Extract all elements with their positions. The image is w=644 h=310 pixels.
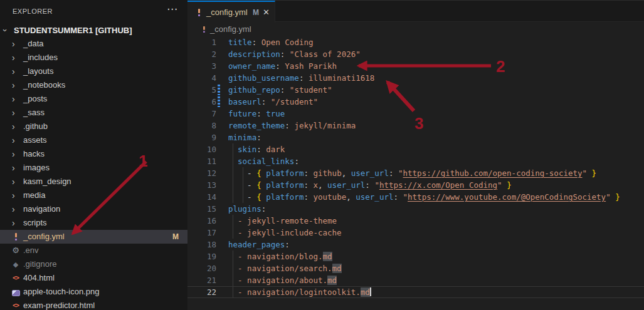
line-number: 13: [187, 179, 216, 191]
file-row-apple-touch-icon-png[interactable]: apple-touch-icon.png: [0, 285, 187, 299]
workspace-root-row[interactable]: › STUDENTSUMMER1 [GITHUB]: [0, 24, 187, 38]
folder-row-kasm-design[interactable]: ›kasm_design: [0, 175, 187, 189]
line-number: 19: [187, 251, 216, 262]
folder-row-posts[interactable]: ›_posts: [0, 92, 187, 106]
code-text: baseurl: "/student": [228, 96, 318, 108]
folder-label: _posts: [23, 92, 47, 106]
code-line-17[interactable]: 17 - jekyll-include-cache: [187, 227, 644, 239]
folder-row-data[interactable]: ›_data: [0, 37, 187, 51]
file-label: 404.html: [23, 271, 55, 285]
folder-row-media[interactable]: ›media: [0, 189, 187, 202]
code-line-13[interactable]: 13 - { platform: x, user_url: "https://x…: [187, 179, 644, 191]
folder-row-layouts[interactable]: ›_layouts: [0, 65, 187, 78]
line-number: 21: [187, 274, 216, 286]
folder-row-sass[interactable]: ›_sass: [0, 106, 187, 120]
line-number: 2: [187, 48, 216, 60]
line-number: 9: [187, 132, 216, 143]
code-line-15[interactable]: 15plugins:: [187, 203, 644, 215]
folder-label: images: [23, 161, 50, 175]
chevron-right-icon: ›: [12, 133, 15, 147]
chevron-right-icon: ›: [12, 147, 15, 161]
code-text: - { platform: x, user_url: "https://x.co…: [228, 179, 512, 191]
code-line-6[interactable]: 6baseurl: "/student": [187, 96, 644, 108]
chevron-right-icon: ›: [12, 65, 15, 78]
git-modified-badge: M: [172, 230, 179, 244]
folder-row-images[interactable]: ›images: [0, 161, 187, 175]
code-text: github_repo: "student": [228, 84, 332, 96]
code-text: title: Open Coding: [228, 36, 314, 48]
chevron-right-icon: ›: [12, 189, 15, 202]
code-line-5[interactable]: 5github_repo: "student": [187, 84, 644, 96]
code-line-9[interactable]: 9minima:: [187, 132, 644, 143]
code-line-3[interactable]: 3owner_name: Yash Parikh: [187, 60, 644, 72]
chevron-right-icon: ›: [12, 216, 15, 230]
breadcrumb[interactable]: _config.yml: [187, 23, 644, 36]
code-line-11[interactable]: 11 social_links:: [187, 155, 644, 167]
code-line-12[interactable]: 12 - { platform: github, user_url: "http…: [187, 167, 644, 179]
code-text: minima:: [228, 132, 261, 143]
code-text: - navigation/logintoolkit.md: [228, 286, 371, 298]
file-label: _config.yml: [23, 230, 65, 244]
tab-label: _config.yml: [206, 8, 248, 17]
code-line-22[interactable]: 22 - navigation/logintoolkit.md: [187, 286, 644, 298]
code-text: - navigation/blog.md: [228, 251, 332, 262]
folder-row-assets[interactable]: ›assets: [0, 133, 187, 147]
tab-git-modified-badge: M: [253, 8, 259, 17]
code-line-7[interactable]: 7future: true: [187, 108, 644, 120]
chevron-right-icon: ›: [12, 92, 15, 106]
more-actions-icon[interactable]: ⋯: [167, 3, 177, 16]
code-text: skin: dark: [228, 143, 285, 155]
file-label: .gitignore: [23, 257, 56, 271]
code-line-4[interactable]: 4github_username: illuminati1618: [187, 72, 644, 84]
code-area[interactable]: 1title: Open Coding2description: "Class …: [187, 36, 644, 310]
folder-row-scripts[interactable]: ›scripts: [0, 216, 187, 230]
html-file-icon: <>: [11, 301, 21, 310]
code-line-10[interactable]: 10 skin: dark: [187, 143, 644, 155]
code-text: plugins:: [228, 203, 266, 215]
file-row-config-yml[interactable]: _config.ymlM: [0, 230, 187, 244]
line-number: 3: [187, 60, 216, 72]
file-row-exam-predictor-html[interactable]: <>exam-predictor.html: [0, 299, 187, 310]
folder-row-hacks[interactable]: ›hacks: [0, 147, 187, 161]
folder-row-notebooks[interactable]: ›_notebooks: [0, 78, 187, 92]
workspace-root-label: STUDENTSUMMER1 [GITHUB]: [14, 26, 132, 35]
code-line-14[interactable]: 14 - { platform: youtube, user_url: "htt…: [187, 191, 644, 203]
file-label: .env: [23, 244, 39, 257]
folder-row-includes[interactable]: ›_includes: [0, 51, 187, 65]
code-line-18[interactable]: 18header_pages:: [187, 239, 644, 251]
line-number: 22: [187, 286, 216, 298]
line-number: 4: [187, 72, 216, 84]
close-icon[interactable]: ✕: [263, 8, 270, 17]
line-number: 17: [187, 227, 216, 239]
line-number: 7: [187, 108, 216, 120]
chevron-right-icon: ›: [12, 120, 15, 133]
folder-label: assets: [23, 133, 47, 147]
code-line-21[interactable]: 21 - navigation/about.md: [187, 274, 644, 286]
code-line-19[interactable]: 19 - navigation/blog.md: [187, 251, 644, 262]
folder-row-github[interactable]: ›.github: [0, 120, 187, 133]
yaml-file-icon: [194, 8, 204, 18]
code-line-2[interactable]: 2description: "Class of 2026": [187, 48, 644, 60]
code-line-20[interactable]: 20 - navigation/search.md: [187, 262, 644, 274]
code-text: - { platform: github, user_url: "https:/…: [228, 167, 596, 179]
code-line-8[interactable]: 8remote_theme: jekyll/minima: [187, 120, 644, 132]
chevron-right-icon: ›: [12, 161, 15, 175]
folder-label: _includes: [23, 51, 58, 65]
file-label: apple-touch-icon.png: [23, 285, 99, 299]
code-text: future: true: [228, 108, 285, 120]
code-text: - jekyll-include-cache: [228, 227, 342, 239]
file-row-404-html[interactable]: <>404.html: [0, 271, 187, 285]
editor-group: _config.yml M ✕ _config.yml 1title: Open…: [187, 0, 644, 310]
folder-label: _data: [23, 37, 44, 51]
line-number: 20: [187, 262, 216, 274]
tab-bar: _config.yml M ✕: [187, 0, 644, 22]
code-text: owner_name: Yash Parikh: [228, 60, 337, 72]
file-row-env[interactable]: ⚙.env: [0, 244, 187, 257]
code-text: github_username: illuminati1618: [228, 72, 374, 84]
code-line-16[interactable]: 16 - jekyll-remote-theme: [187, 215, 644, 227]
folder-row-navigation[interactable]: ›navigation: [0, 202, 187, 216]
tab-config-yml[interactable]: _config.yml M ✕: [187, 1, 275, 23]
code-line-1[interactable]: 1title: Open Coding: [187, 36, 644, 48]
git-icon: ◆: [11, 259, 21, 269]
file-row-gitignore[interactable]: ◆.gitignore: [0, 257, 187, 271]
